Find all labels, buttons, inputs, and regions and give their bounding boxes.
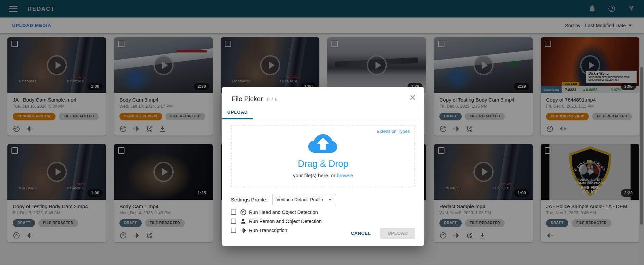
option-checkbox[interactable] [231, 219, 236, 224]
dialog-title: File Picker [231, 95, 263, 103]
cancel-button[interactable]: CANCEL [351, 231, 371, 236]
settings-profile-select[interactable]: Veritone Default Profile [272, 194, 336, 205]
settings-profile-label: Settings Profile: [231, 197, 267, 203]
person-detection-icon [240, 218, 247, 225]
file-picker-dialog: File Picker 0 / 5 UPLOAD Extension Types… [222, 87, 424, 246]
drag-drop-subtext: your file(s) here, or [293, 173, 337, 178]
extension-types-link[interactable]: Extension Types [377, 129, 410, 134]
engine-option-row: Run Head and Object Detection [231, 208, 415, 216]
dialog-actions: CANCEL UPLOAD [351, 228, 415, 239]
transcription-icon [240, 227, 247, 234]
settings-profile-row: Settings Profile: Veritone Default Profi… [231, 194, 415, 205]
browse-link[interactable]: browse [337, 173, 353, 178]
upload-button[interactable]: UPLOAD [380, 228, 415, 239]
drag-drop-zone[interactable]: Extension Types Drag & Drop your file(s)… [231, 125, 415, 187]
cloud-upload-icon [307, 132, 339, 154]
chevron-down-icon [328, 199, 332, 201]
option-checkbox[interactable] [231, 228, 236, 233]
drag-drop-title: Drag & Drop [298, 159, 348, 169]
engine-option-row: Run Person and Object Detection [231, 217, 415, 225]
file-count: 0 / 5 [267, 97, 278, 102]
drag-drop-subtitle: your file(s) here, or browse [293, 173, 353, 178]
head-detection-icon [240, 209, 247, 216]
option-checkbox[interactable] [231, 210, 236, 215]
settings-profile-value: Veritone Default Profile [277, 197, 323, 202]
option-label: Run Transcription [249, 228, 287, 233]
option-label: Run Head and Object Detection [249, 210, 318, 215]
dialog-header: File Picker 0 / 5 [222, 87, 424, 103]
close-icon[interactable] [409, 94, 417, 101]
dialog-tabs: UPLOAD [222, 109, 424, 119]
tab-upload[interactable]: UPLOAD [222, 110, 253, 119]
option-label: Run Person and Object Detection [249, 219, 322, 224]
